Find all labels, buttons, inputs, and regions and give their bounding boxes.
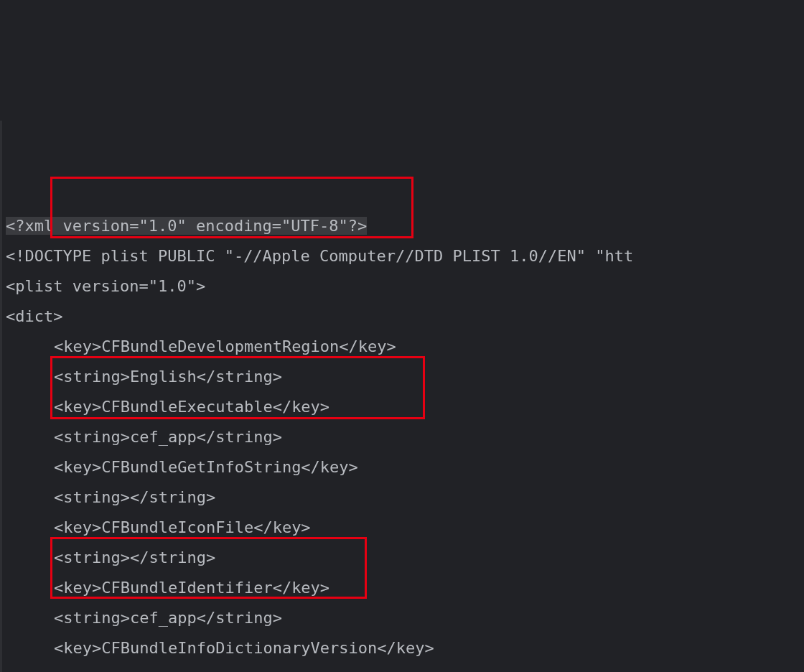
code-line[interactable]: <key>CFBundleExecutable</key>: [6, 392, 804, 422]
code-line[interactable]: <key>CFBundleDevelopmentRegion</key>: [6, 332, 804, 362]
code-line[interactable]: <key>CFBundleIdentifier</key>: [6, 573, 804, 603]
code-line[interactable]: <string>cef_app</string>: [6, 603, 804, 633]
code-line[interactable]: <?xml version="1.0" encoding="UTF-8"?>: [6, 211, 804, 241]
code-line[interactable]: <plist version="1.0">: [6, 271, 804, 302]
code-line[interactable]: <!DOCTYPE plist PUBLIC "-//Apple Compute…: [6, 241, 804, 271]
code-line[interactable]: <string>cef_app</string>: [6, 422, 804, 452]
code-editor[interactable]: <?xml version="1.0" encoding="UTF-8"?><!…: [0, 121, 804, 672]
code-line[interactable]: <key>CFBundleIconFile</key>: [6, 513, 804, 543]
code-line[interactable]: <string>English</string>: [6, 362, 804, 392]
code-line[interactable]: <key>CFBundleGetInfoString</key>: [6, 452, 804, 482]
code-line[interactable]: <key>CFBundleInfoDictionaryVersion</key>: [6, 633, 804, 663]
code-line[interactable]: <string></string>: [6, 482, 804, 513]
code-line[interactable]: <string></string>: [6, 543, 804, 573]
code-line[interactable]: <string>6.0</string>: [6, 663, 804, 672]
gutter: [0, 121, 2, 672]
code-line[interactable]: <dict>: [6, 302, 804, 332]
